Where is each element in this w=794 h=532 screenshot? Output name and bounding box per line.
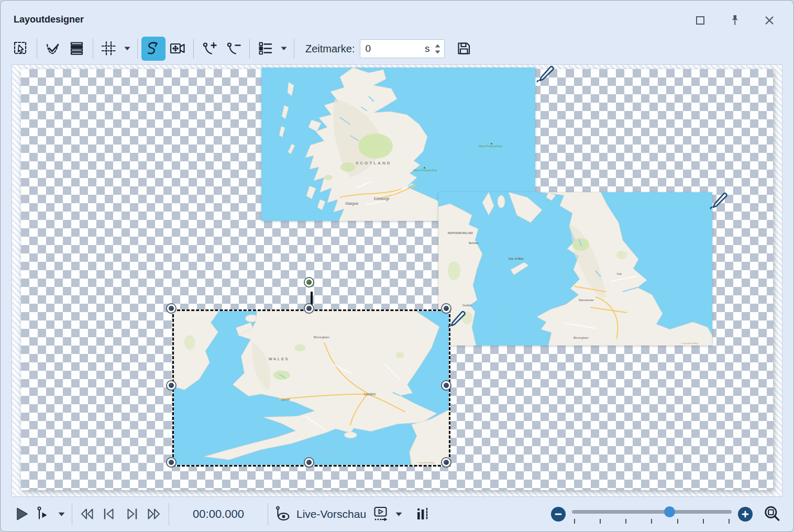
toolbar-separator bbox=[249, 39, 250, 59]
next-frame-icon bbox=[122, 505, 141, 523]
transport-separator bbox=[72, 503, 72, 525]
grid-tool-button[interactable] bbox=[97, 37, 121, 61]
zoom-slider[interactable] bbox=[572, 503, 732, 525]
zoom-slider-ticks bbox=[574, 519, 730, 524]
maximize-icon bbox=[692, 13, 708, 28]
toolbar-separator bbox=[137, 39, 138, 59]
pin-button[interactable] bbox=[726, 12, 743, 29]
map-label-isle-of-man: Isle of Man bbox=[509, 257, 524, 260]
zeitmarke-input[interactable] bbox=[360, 42, 411, 55]
chevron-down-icon bbox=[281, 47, 287, 51]
curve-check-icon bbox=[44, 40, 62, 58]
motion-path-tool-button[interactable] bbox=[141, 37, 166, 61]
close-button[interactable] bbox=[761, 12, 778, 29]
resize-handle-middle-right[interactable] bbox=[442, 381, 450, 390]
remove-curve-point-button[interactable] bbox=[222, 37, 246, 61]
zoom-slider-track[interactable] bbox=[572, 510, 732, 514]
map-label-edinburgh: Edinburgh bbox=[374, 197, 390, 201]
layers-tool-button[interactable] bbox=[65, 37, 89, 61]
minus-icon bbox=[554, 510, 563, 518]
edit-brush-icon-north[interactable] bbox=[709, 192, 727, 211]
spin-down-button[interactable] bbox=[435, 50, 440, 54]
resize-handle-top-center[interactable] bbox=[305, 304, 313, 313]
smooth-curve-tool-button[interactable] bbox=[41, 37, 65, 61]
grid-icon bbox=[100, 40, 118, 58]
motion-path-icon bbox=[145, 40, 162, 58]
levels-icon bbox=[414, 505, 432, 523]
resize-handle-middle-left[interactable] bbox=[167, 381, 175, 390]
chevron-down-icon bbox=[395, 512, 402, 517]
map-image-north-england[interactable]: NORTHERN IRELAND Belfast Dublin Isle of … bbox=[438, 192, 712, 346]
toolbar-separator bbox=[193, 39, 194, 59]
zeitmarke-field: s bbox=[360, 39, 445, 58]
open-preview-player-button[interactable] bbox=[370, 503, 392, 525]
titlebar: Layoutdesigner bbox=[1, 1, 793, 33]
zoom-slider-thumb[interactable] bbox=[664, 506, 675, 517]
transport-separator bbox=[268, 503, 268, 525]
map-label-dublin: Dublin bbox=[462, 304, 471, 307]
next-frame-button[interactable] bbox=[120, 503, 142, 525]
selection-border[interactable] bbox=[172, 309, 450, 467]
layers-icon bbox=[68, 40, 86, 58]
preview-options-dropdown[interactable] bbox=[392, 502, 405, 526]
keyframe-list-button[interactable] bbox=[253, 37, 278, 61]
camera-pan-tool-button[interactable] bbox=[166, 37, 190, 61]
play-button[interactable] bbox=[11, 503, 33, 525]
play-from-marker-button[interactable] bbox=[33, 503, 55, 525]
map-label-glasgow: Glasgow bbox=[345, 202, 359, 206]
resize-handle-top-left[interactable] bbox=[167, 304, 175, 313]
add-curve-point-button[interactable] bbox=[197, 37, 222, 61]
keyframe-list-dropdown[interactable] bbox=[278, 37, 290, 61]
save-button[interactable] bbox=[452, 37, 476, 61]
edit-brush-icon-scotland[interactable] bbox=[535, 65, 554, 84]
select-tool-icon bbox=[12, 40, 30, 58]
skip-to-end-button[interactable] bbox=[142, 503, 164, 525]
play-icon bbox=[13, 505, 31, 523]
plus-icon bbox=[741, 510, 749, 518]
close-icon bbox=[762, 13, 777, 28]
camera-pan-icon bbox=[169, 40, 186, 58]
toolbar-separator bbox=[294, 39, 294, 59]
previous-frame-button[interactable] bbox=[98, 503, 120, 525]
chevron-down-icon bbox=[58, 512, 65, 517]
add-curve-point-icon bbox=[201, 40, 218, 58]
map-label-northern-ireland: NORTHERN IRELAND bbox=[448, 232, 473, 235]
zoom-to-fit-button[interactable] bbox=[761, 503, 784, 526]
window-title: Layoutdesigner bbox=[14, 14, 84, 25]
toolbar: Zeitmarke: s bbox=[9, 35, 785, 62]
map-attribution: © OpenStreetMap bbox=[680, 342, 698, 345]
resize-handle-bottom-right[interactable] bbox=[442, 458, 450, 467]
toolbar-separator bbox=[93, 39, 93, 59]
preview-player-icon bbox=[372, 505, 390, 523]
zoom-in-button[interactable] bbox=[738, 507, 753, 522]
grid-options-dropdown[interactable] bbox=[121, 37, 134, 61]
layoutdesigner-window: Layoutdesigner bbox=[0, 0, 794, 532]
maximize-button[interactable] bbox=[692, 12, 709, 29]
live-preview-eye-icon bbox=[274, 505, 292, 523]
zoom-out-button[interactable] bbox=[551, 507, 566, 522]
performance-monitor-button[interactable] bbox=[412, 503, 434, 525]
live-preview-button[interactable] bbox=[272, 503, 294, 525]
remove-curve-point-icon bbox=[225, 40, 242, 58]
resize-handle-bottom-left[interactable] bbox=[167, 458, 175, 467]
map-label-manchester: Manchester bbox=[579, 298, 594, 302]
fast-forward-icon bbox=[144, 505, 163, 523]
zeitmarke-unit: s bbox=[425, 43, 430, 54]
canvas-area: SCOTLAND Glasgow Edinburgh Marine Protec… bbox=[12, 64, 782, 497]
map-label-scotland: SCOTLAND bbox=[356, 161, 391, 165]
play-from-marker-icon bbox=[35, 505, 53, 523]
skip-to-start-button[interactable] bbox=[76, 503, 98, 525]
save-icon bbox=[455, 40, 473, 58]
map-label-birmingham: Birmingham bbox=[574, 336, 589, 339]
play-options-dropdown[interactable] bbox=[55, 502, 68, 526]
edit-brush-icon-south[interactable] bbox=[447, 311, 466, 329]
rewind-icon bbox=[78, 505, 97, 523]
spin-up-button[interactable] bbox=[435, 44, 440, 48]
resize-handle-bottom-center[interactable] bbox=[305, 458, 313, 467]
live-preview-label: Live-Vorschau bbox=[296, 508, 366, 520]
transport-separator bbox=[169, 503, 169, 525]
map-label-belfast: Belfast bbox=[469, 241, 479, 245]
rotation-handle[interactable] bbox=[305, 278, 313, 286]
map-label-marine-b: Marine Protected Area bbox=[413, 169, 437, 172]
select-tool-button[interactable] bbox=[9, 37, 33, 61]
